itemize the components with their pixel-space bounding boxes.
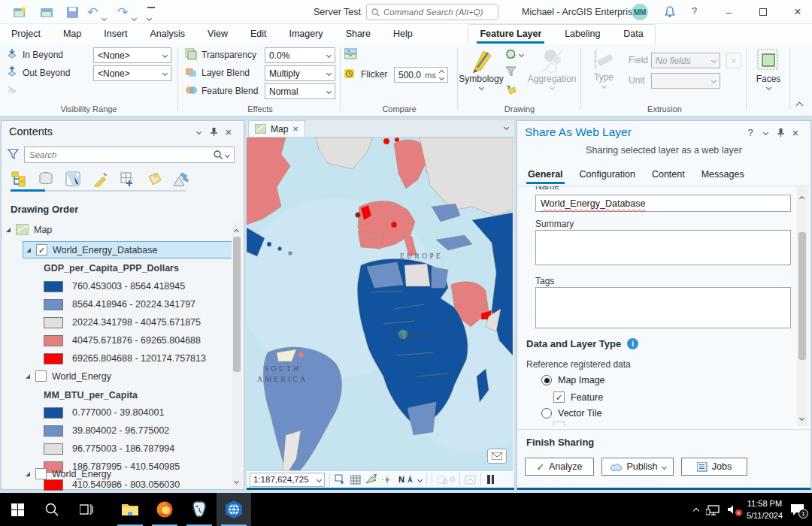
scroll-up-icon[interactable] [800, 190, 804, 204]
redo-dropdown-icon[interactable] [132, 10, 136, 23]
publish-dropdown-chevron-icon[interactable] [661, 464, 666, 469]
tab-list-chevron-icon[interactable] [504, 119, 508, 132]
share-scrollbar[interactable] [797, 187, 807, 426]
transparency-combo[interactable]: 0.0% [265, 47, 335, 63]
radio-selected-icon[interactable] [541, 375, 552, 385]
tab-analysis[interactable]: Analysis [139, 26, 197, 44]
panel-close-icon[interactable]: × [788, 125, 803, 140]
save-icon[interactable] [65, 5, 81, 20]
analyze-button[interactable]: ✓ Analyze [525, 458, 594, 476]
tab-help[interactable]: Help [382, 26, 424, 44]
firefox-button[interactable] [147, 493, 182, 526]
collapse-ribbon-icon[interactable] [797, 98, 802, 111]
layer-checkbox-unchecked[interactable] [35, 370, 47, 382]
help-icon[interactable]: ? [692, 5, 697, 17]
panel-menu-chevron-icon[interactable] [758, 125, 773, 140]
summary-textarea[interactable] [535, 230, 791, 265]
arcgis-pro-button[interactable] [217, 493, 251, 526]
taskbar-clock[interactable]: 11:58 PM 5/11/2024 [747, 497, 783, 522]
layer-checkbox-checked[interactable]: ✓ [36, 244, 47, 255]
tree-item-world-energy-2[interactable]: World_Energy [26, 468, 111, 479]
faces-button[interactable]: Faces [750, 47, 786, 89]
map-canvas[interactable]: EUROPE AFRICA SOUTH AMERICA [247, 138, 513, 471]
symbology-button[interactable]: Symbology [462, 47, 501, 89]
snapping-toggle-icon[interactable] [382, 475, 394, 485]
info-icon[interactable]: i [627, 338, 638, 349]
tab-snapping[interactable] [117, 169, 137, 189]
account-name[interactable]: Michael - ArcGIS Enterprise [522, 0, 638, 24]
pause-drawing-icon[interactable] [487, 475, 494, 484]
swipe-icon[interactable] [344, 48, 358, 60]
start-button[interactable] [0, 493, 35, 526]
notifications-bell-icon[interactable] [665, 6, 675, 17]
grid-icon[interactable] [350, 475, 361, 485]
tab-data[interactable]: Data [617, 26, 649, 44]
jobs-button[interactable]: Jobs [681, 458, 747, 476]
checkbox-checked-icon[interactable]: ✓ [553, 391, 565, 403]
tray-chevron-up-icon[interactable] [694, 503, 698, 516]
map-view-tab[interactable]: Map × [248, 120, 305, 137]
redo-icon[interactable]: ↷ [114, 5, 131, 20]
tab-labeling[interactable] [144, 169, 164, 189]
volume-muted-icon[interactable]: × [727, 504, 739, 515]
command-search[interactable] [366, 4, 498, 20]
tags-textarea[interactable] [535, 287, 791, 328]
undo-icon[interactable]: ↶ [84, 5, 101, 20]
contents-close-icon[interactable]: × [221, 124, 236, 139]
customize-quick-access-icon[interactable] [147, 7, 155, 23]
tab-configuration[interactable]: Configuration [578, 166, 637, 183]
expand-collapse-icon[interactable] [26, 374, 30, 379]
measure-icon[interactable] [365, 474, 377, 485]
scrollbar-thumb[interactable] [798, 232, 806, 360]
layer-blend-dropdown[interactable]: Multiply [265, 65, 335, 81]
attribution-flyout-button[interactable] [487, 449, 507, 464]
in-beyond-dropdown[interactable]: <None> [93, 47, 171, 63]
tree-item-world-energy-database[interactable]: ✓ World_Energy_Database [23, 241, 233, 258]
file-explorer-button[interactable] [113, 493, 147, 526]
selected-features-icon[interactable]: 0 [437, 475, 455, 485]
north-arrow-chevron-icon[interactable] [417, 476, 423, 482]
tab-messages[interactable]: Messages [700, 166, 746, 183]
command-search-input[interactable] [383, 8, 489, 17]
tree-item-world-energy[interactable]: World_Energy [26, 370, 111, 382]
tab-selection[interactable] [63, 169, 83, 189]
tab-editing[interactable] [90, 169, 110, 189]
tree-item-map[interactable]: Map [6, 224, 52, 235]
tab-charts[interactable] [171, 169, 191, 189]
pgadmin-button[interactable] [182, 493, 217, 526]
generalize-features-button[interactable] [505, 48, 523, 60]
tab-content[interactable]: Content [650, 166, 686, 183]
vector-tile-option[interactable]: Vector Tile [541, 408, 601, 419]
open-project-icon[interactable] [39, 5, 56, 20]
tab-view[interactable]: View [196, 26, 239, 44]
tab-imagery[interactable]: Imagery [277, 26, 334, 44]
search-options-chevron-icon[interactable] [225, 152, 230, 157]
tab-project[interactable]: Project [0, 26, 52, 44]
tab-labeling[interactable]: Labeling [559, 26, 606, 44]
out-beyond-dropdown[interactable]: <None> [93, 65, 171, 81]
publish-button[interactable]: Publish [601, 458, 674, 476]
layer-checkbox-unchecked[interactable] [35, 468, 47, 479]
minimize-button[interactable]: – [716, 0, 741, 24]
new-project-icon[interactable] [12, 5, 29, 20]
avatar[interactable]: MM [632, 4, 648, 20]
expand-collapse-icon[interactable] [26, 472, 30, 476]
north-arrow-icon[interactable]: N [398, 475, 414, 485]
undo-dropdown-icon[interactable] [102, 10, 106, 23]
task-view-button[interactable] [69, 493, 104, 526]
radio-unselected-icon[interactable] [541, 408, 552, 419]
panel-pin-icon[interactable] [773, 125, 788, 140]
scroll-down-icon[interactable] [235, 473, 238, 486]
scroll-up-icon[interactable] [235, 223, 238, 237]
tab-data-source[interactable] [36, 169, 56, 189]
tab-insert[interactable]: Insert [92, 26, 138, 44]
name-input[interactable]: World_Energy_Database [535, 195, 791, 212]
scrollbar-thumb[interactable] [233, 237, 241, 372]
tab-map[interactable]: Map [52, 26, 92, 44]
tab-feature-layer[interactable]: Feature Layer [474, 26, 547, 44]
contents-search[interactable] [24, 147, 235, 163]
contents-scrollbar[interactable] [232, 220, 242, 489]
spatial-constraint-icon[interactable] [465, 475, 476, 485]
import-symbology-button[interactable] [505, 84, 517, 95]
contents-pin-icon[interactable] [206, 124, 221, 139]
